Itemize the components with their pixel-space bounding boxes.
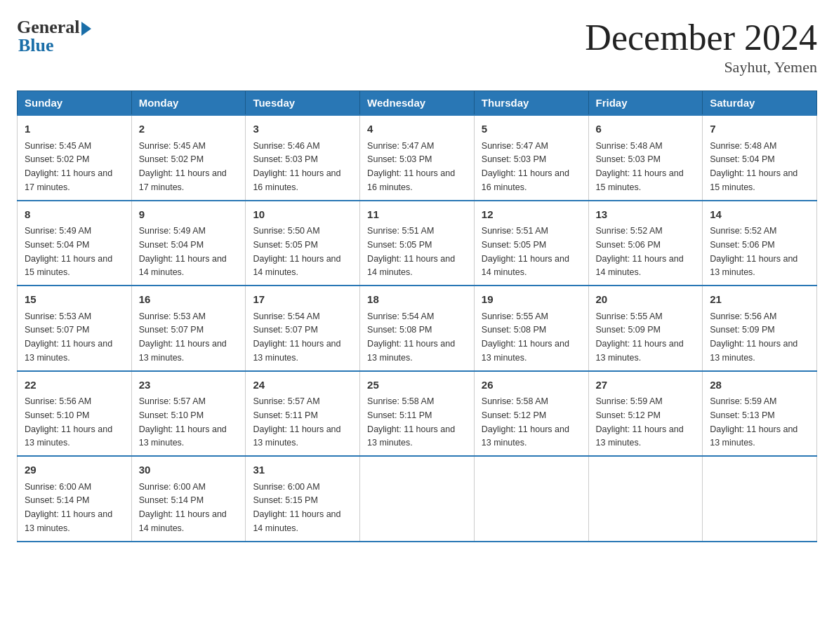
day-number: 21 [710,292,809,308]
day-sunrise: Sunrise: 5:55 AM [596,311,663,321]
day-sunset: Sunset: 5:11 PM [253,410,317,420]
calendar-day-cell: 12 Sunrise: 5:51 AM Sunset: 5:05 PM Dayl… [474,201,588,286]
day-sunrise: Sunrise: 6:00 AM [253,482,319,492]
calendar-day-cell: 11 Sunrise: 5:51 AM Sunset: 5:05 PM Dayl… [360,201,475,286]
day-sunrise: Sunrise: 6:00 AM [139,482,206,492]
day-daylight: Daylight: 11 hours and 15 minutes. [25,254,112,278]
day-sunrise: Sunrise: 5:57 AM [253,396,319,406]
calendar-day-cell: 10 Sunrise: 5:50 AM Sunset: 5:05 PM Dayl… [246,201,360,286]
calendar-day-cell: 29 Sunrise: 6:00 AM Sunset: 5:14 PM Dayl… [18,456,132,542]
day-sunrise: Sunrise: 5:58 AM [482,396,548,406]
day-sunset: Sunset: 5:03 PM [596,154,661,164]
calendar-day-cell: 24 Sunrise: 5:57 AM Sunset: 5:11 PM Dayl… [246,371,360,457]
day-daylight: Daylight: 11 hours and 13 minutes. [596,424,684,448]
day-number: 29 [25,462,124,478]
day-sunrise: Sunrise: 5:59 AM [710,396,776,406]
day-number: 26 [482,377,581,394]
calendar-week-row: 8 Sunrise: 5:49 AM Sunset: 5:04 PM Dayli… [18,201,817,286]
calendar-day-cell: 8 Sunrise: 5:49 AM Sunset: 5:04 PM Dayli… [18,201,132,286]
header-sunday: Sunday [18,91,132,116]
day-sunset: Sunset: 5:06 PM [596,240,661,250]
day-number: 15 [25,292,124,308]
day-number: 30 [139,462,239,478]
day-daylight: Daylight: 11 hours and 13 minutes. [367,339,455,363]
calendar-day-cell: 4 Sunrise: 5:47 AM Sunset: 5:03 PM Dayli… [360,115,475,201]
day-daylight: Daylight: 11 hours and 14 minutes. [367,254,455,278]
day-sunset: Sunset: 5:05 PM [482,240,546,250]
day-sunset: Sunset: 5:12 PM [482,410,546,420]
day-sunrise: Sunrise: 5:47 AM [482,141,548,151]
day-daylight: Daylight: 11 hours and 13 minutes. [253,339,340,363]
calendar-week-row: 15 Sunrise: 5:53 AM Sunset: 5:07 PM Dayl… [18,286,817,371]
day-sunrise: Sunrise: 5:51 AM [367,226,434,236]
day-sunrise: Sunrise: 6:00 AM [25,482,91,492]
day-sunset: Sunset: 5:14 PM [25,495,89,505]
day-number: 25 [367,377,467,394]
day-daylight: Daylight: 11 hours and 13 minutes. [253,424,340,448]
day-sunrise: Sunrise: 5:48 AM [710,141,776,151]
calendar-day-cell: 27 Sunrise: 5:59 AM Sunset: 5:12 PM Dayl… [588,371,703,457]
day-sunrise: Sunrise: 5:48 AM [596,141,663,151]
calendar-day-cell: 1 Sunrise: 5:45 AM Sunset: 5:02 PM Dayli… [18,115,132,201]
day-sunrise: Sunrise: 5:46 AM [253,141,319,151]
day-sunset: Sunset: 5:04 PM [139,240,204,250]
day-daylight: Daylight: 11 hours and 13 minutes. [710,339,797,363]
day-number: 23 [139,377,239,394]
day-daylight: Daylight: 11 hours and 13 minutes. [139,424,227,448]
day-sunrise: Sunrise: 5:45 AM [139,141,206,151]
day-daylight: Daylight: 11 hours and 15 minutes. [596,168,684,192]
day-number: 19 [482,292,581,308]
calendar-table: Sunday Monday Tuesday Wednesday Thursday… [17,90,817,542]
header-friday: Friday [588,91,703,116]
day-sunset: Sunset: 5:08 PM [482,325,546,335]
day-sunrise: Sunrise: 5:56 AM [710,311,776,321]
day-daylight: Daylight: 11 hours and 14 minutes. [482,254,569,278]
day-daylight: Daylight: 11 hours and 14 minutes. [139,254,227,278]
header-saturday: Saturday [703,91,817,116]
day-daylight: Daylight: 11 hours and 16 minutes. [253,168,340,192]
calendar-day-cell [474,456,588,542]
day-sunrise: Sunrise: 5:50 AM [253,226,319,236]
day-sunrise: Sunrise: 5:54 AM [253,311,319,321]
day-number: 2 [139,121,239,137]
day-sunrise: Sunrise: 5:45 AM [25,141,91,151]
day-number: 11 [367,207,467,223]
day-number: 3 [253,121,352,137]
calendar-day-cell: 6 Sunrise: 5:48 AM Sunset: 5:03 PM Dayli… [588,115,703,201]
day-daylight: Daylight: 11 hours and 13 minutes. [596,339,684,363]
day-daylight: Daylight: 11 hours and 13 minutes. [482,339,569,363]
day-sunrise: Sunrise: 5:52 AM [710,226,776,236]
day-number: 22 [25,377,124,394]
day-number: 27 [596,377,696,394]
day-number: 17 [253,292,352,308]
day-sunset: Sunset: 5:03 PM [482,154,546,164]
day-sunset: Sunset: 5:11 PM [367,410,432,420]
calendar-day-cell: 26 Sunrise: 5:58 AM Sunset: 5:12 PM Dayl… [474,371,588,457]
day-sunset: Sunset: 5:09 PM [710,325,774,335]
calendar-day-cell: 23 Sunrise: 5:57 AM Sunset: 5:10 PM Dayl… [131,371,246,457]
day-sunrise: Sunrise: 5:53 AM [25,311,91,321]
day-sunrise: Sunrise: 5:54 AM [367,311,434,321]
day-sunset: Sunset: 5:02 PM [25,154,89,164]
calendar-day-cell: 20 Sunrise: 5:55 AM Sunset: 5:09 PM Dayl… [588,286,703,371]
day-sunset: Sunset: 5:15 PM [253,495,317,505]
logo-arrow-icon [81,22,91,36]
day-daylight: Daylight: 11 hours and 17 minutes. [139,168,227,192]
calendar-day-cell: 22 Sunrise: 5:56 AM Sunset: 5:10 PM Dayl… [18,371,132,457]
day-sunset: Sunset: 5:03 PM [253,154,317,164]
day-daylight: Daylight: 11 hours and 13 minutes. [710,254,797,278]
day-daylight: Daylight: 11 hours and 15 minutes. [710,168,797,192]
day-sunset: Sunset: 5:03 PM [367,154,432,164]
day-sunrise: Sunrise: 5:51 AM [482,226,548,236]
calendar-day-cell [588,456,703,542]
day-sunrise: Sunrise: 5:52 AM [596,226,663,236]
calendar-day-cell: 14 Sunrise: 5:52 AM Sunset: 5:06 PM Dayl… [703,201,817,286]
calendar-day-cell: 15 Sunrise: 5:53 AM Sunset: 5:07 PM Dayl… [18,286,132,371]
day-daylight: Daylight: 11 hours and 13 minutes. [367,424,455,448]
day-number: 6 [596,121,696,137]
day-sunset: Sunset: 5:08 PM [367,325,432,335]
calendar-day-cell: 31 Sunrise: 6:00 AM Sunset: 5:15 PM Dayl… [246,456,360,542]
day-sunset: Sunset: 5:10 PM [25,410,89,420]
day-sunrise: Sunrise: 5:47 AM [367,141,434,151]
page-header: General Blue December 2024 Sayhut, Yemen [17,17,817,76]
